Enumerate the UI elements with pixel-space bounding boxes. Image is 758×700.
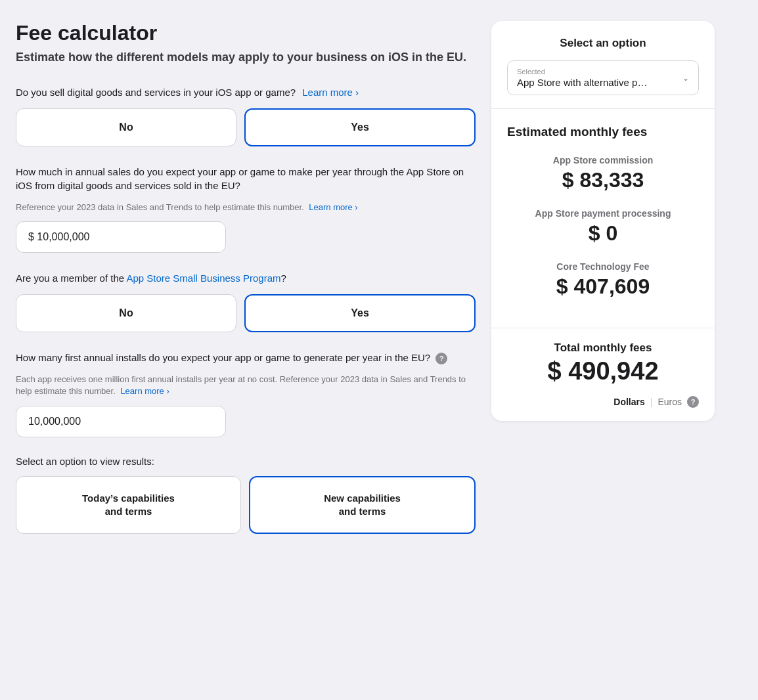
question1-label: Do you sell digital goods and services i… xyxy=(16,85,476,99)
commission-label: App Store commission xyxy=(507,155,699,165)
question3-label: Are you a member of the App Store Small … xyxy=(16,271,476,285)
chevron-down-icon: ⌄ xyxy=(682,74,689,83)
question2-learn-more[interactable]: Learn more › xyxy=(309,202,357,212)
page-title: Fee calculator xyxy=(16,21,476,45)
option-dropdown[interactable]: Selected App Store with alternative p… ⌄ xyxy=(507,60,699,95)
select-option-title: Select an option xyxy=(507,37,699,50)
question3-yes-button[interactable]: Yes xyxy=(244,294,476,332)
euros-button[interactable]: Euros xyxy=(658,397,682,407)
payment-row: App Store payment processing $ 0 xyxy=(507,208,699,246)
ctf-value: $ 407,609 xyxy=(507,274,699,299)
new-terms-button[interactable]: New capabilities and terms xyxy=(249,476,476,535)
question2-hint: Reference your 2023 data in Sales and Tr… xyxy=(16,202,476,213)
question2-input[interactable] xyxy=(16,221,226,253)
question1-block: Do you sell digital goods and services i… xyxy=(16,85,476,146)
page-subtitle: Estimate how the different models may ap… xyxy=(16,51,476,64)
fee-card: Select an option Selected App Store with… xyxy=(491,21,715,421)
question3-link[interactable]: App Store Small Business Program xyxy=(126,273,280,284)
right-panel: Select an option Selected App Store with… xyxy=(491,21,715,679)
question1-no-button[interactable]: No xyxy=(16,108,236,146)
question5-label: Select an option to view results: xyxy=(16,456,476,467)
question4-hint: Each app receives one million first annu… xyxy=(16,374,476,397)
currency-row: Dollars | Euros ? xyxy=(507,396,699,408)
question1-btn-group: No Yes xyxy=(16,108,476,146)
ctf-label: Core Technology Fee xyxy=(507,261,699,272)
question3-no-button[interactable]: No xyxy=(16,294,236,332)
ctf-row: Core Technology Fee $ 407,609 xyxy=(507,261,699,299)
question4-block: How many first annual installs do you ex… xyxy=(16,351,476,437)
fee-card-bottom: Total monthly fees $ 490,942 Dollars | E… xyxy=(491,328,715,421)
payment-value: $ 0 xyxy=(507,221,699,246)
question4-input[interactable] xyxy=(16,406,226,437)
commission-row: App Store commission $ 83,333 xyxy=(507,155,699,192)
today-terms-button[interactable]: Today’s capabilities and terms xyxy=(16,476,241,535)
question4-learn-more[interactable]: Learn more › xyxy=(120,386,169,396)
question1-yes-button[interactable]: Yes xyxy=(244,108,476,146)
question3-block: Are you a member of the App Store Small … xyxy=(16,271,476,332)
main-content: Fee calculator Estimate how the differen… xyxy=(16,21,476,679)
dropdown-selected-label: Selected xyxy=(517,68,689,76)
question4-help-icon[interactable]: ? xyxy=(435,353,447,364)
payment-label: App Store payment processing xyxy=(507,208,699,219)
fee-card-middle: Estimated monthly fees App Store commiss… xyxy=(491,109,715,328)
currency-separator: | xyxy=(650,397,653,407)
commission-value: $ 83,333 xyxy=(507,168,699,192)
question5-btn-group: Today’s capabilities and terms New capab… xyxy=(16,476,476,535)
currency-help-icon[interactable]: ? xyxy=(687,396,699,408)
question1-learn-more[interactable]: Learn more › xyxy=(302,87,359,98)
dollars-button[interactable]: Dollars xyxy=(613,397,644,407)
estimated-fees-title: Estimated monthly fees xyxy=(507,125,699,139)
question4-label: How many first annual installs do you ex… xyxy=(16,351,476,364)
total-fees-label: Total monthly fees xyxy=(507,341,699,355)
total-fees-value: $ 490,942 xyxy=(507,357,699,385)
dropdown-selected-value: App Store with alternative p… xyxy=(517,77,689,88)
question3-btn-group: No Yes xyxy=(16,294,476,332)
fee-card-top: Select an option Selected App Store with… xyxy=(491,21,715,109)
question2-label: How much in annual sales do you expect y… xyxy=(16,165,476,192)
question5-block: Select an option to view results: Today’… xyxy=(16,456,476,535)
question2-block: How much in annual sales do you expect y… xyxy=(16,165,476,253)
